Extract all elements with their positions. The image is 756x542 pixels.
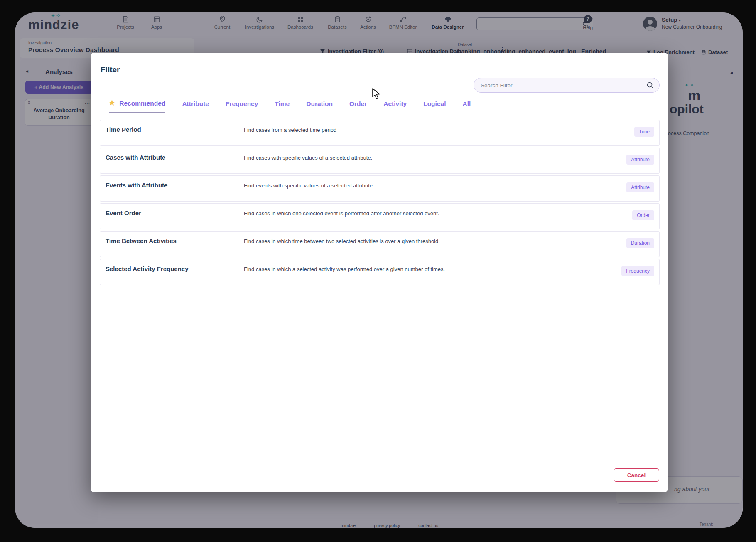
screen: mindzie ✦✧ Projects Apps Current Investi… <box>0 0 756 542</box>
cancel-button[interactable]: Cancel <box>614 468 659 482</box>
tab-order[interactable]: Order <box>349 100 367 113</box>
filter-tabs: ★ Recommended Attribute Frequency Time D… <box>109 99 471 113</box>
tab-attribute[interactable]: Attribute <box>182 100 209 113</box>
tab-duration[interactable]: Duration <box>306 100 333 113</box>
category-badge: Duration <box>626 238 654 248</box>
filter-modal: Filter ★ Recommended Attribute Frequency… <box>91 53 668 492</box>
search-icon <box>646 81 654 89</box>
category-badge: Frequency <box>621 266 654 276</box>
tab-logical[interactable]: Logical <box>423 100 446 113</box>
modal-title: Filter <box>101 65 120 74</box>
category-badge: Attribute <box>626 182 654 192</box>
filter-row-event-order[interactable]: Event Order Find cases in which one sele… <box>100 203 660 229</box>
filter-row-time-period[interactable]: Time Period Find cases from a selected t… <box>100 120 660 146</box>
tab-time[interactable]: Time <box>275 100 290 113</box>
filter-search-input[interactable] <box>474 78 660 93</box>
category-badge: Attribute <box>626 155 654 165</box>
tab-all[interactable]: All <box>462 100 471 113</box>
tab-activity[interactable]: Activity <box>383 100 407 113</box>
category-badge: Time <box>634 127 654 137</box>
filter-row-cases-with-attribute[interactable]: Cases with Attribute Find cases with spe… <box>100 148 660 174</box>
filter-row-selected-activity-frequency[interactable]: Selected Activity Frequency Find cases i… <box>100 259 660 285</box>
mouse-cursor <box>372 88 383 100</box>
filter-row-time-between-activities[interactable]: Time Between Activities Find cases in wh… <box>100 231 660 257</box>
star-icon: ★ <box>109 99 115 107</box>
tab-recommended[interactable]: ★ Recommended <box>109 99 165 113</box>
category-badge: Order <box>632 210 654 220</box>
tab-frequency[interactable]: Frequency <box>226 100 258 113</box>
filter-list: Time Period Find cases from a selected t… <box>100 120 660 287</box>
filter-row-events-with-attribute[interactable]: Events with Attribute Find events with s… <box>100 175 660 202</box>
